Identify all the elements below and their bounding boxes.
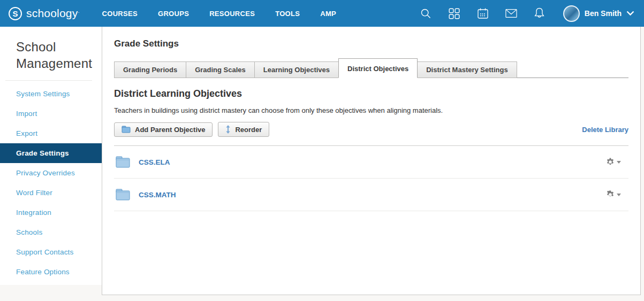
nav-link-courses[interactable]: COURSES xyxy=(102,10,138,18)
nav-link-tools[interactable]: TOOLS xyxy=(275,10,300,18)
tab-grading-periods[interactable]: Grading Periods xyxy=(114,61,186,78)
navbar-utilities: Ben Smith xyxy=(420,5,634,22)
tab-district-mastery-settings[interactable]: District Mastery Settings xyxy=(417,61,517,78)
folder-icon[interactable] xyxy=(116,156,130,168)
action-row: Add Parent Objective Reorder Delete Libr… xyxy=(114,122,628,137)
logo-initial: S xyxy=(12,9,18,18)
folder-icon xyxy=(122,126,131,133)
tab-grading-scales[interactable]: Grading Scales xyxy=(186,61,255,78)
sidebar-menu: System Settings Import Export Grade Sett… xyxy=(0,84,96,282)
calendar-icon[interactable] xyxy=(477,7,489,19)
nav-link-amp[interactable]: AMP xyxy=(320,10,336,18)
dropdown-caret-icon xyxy=(617,161,621,164)
objective-link-css-ela[interactable]: CSS.ELA xyxy=(139,158,170,166)
sidebar-item-word-filter[interactable]: Word Filter xyxy=(0,183,96,203)
user-name: Ben Smith xyxy=(585,9,622,18)
folder-icon[interactable] xyxy=(116,189,130,200)
sidebar-item-grade-settings[interactable]: Grade Settings xyxy=(0,143,102,163)
schoology-logo[interactable]: S schoology· xyxy=(9,7,80,20)
gear-icon xyxy=(606,158,615,166)
nav-link-resources[interactable]: RESOURCES xyxy=(209,10,255,18)
search-icon[interactable] xyxy=(420,7,432,19)
dropdown-caret-icon xyxy=(617,194,621,196)
user-menu[interactable]: Ben Smith xyxy=(563,5,634,22)
add-parent-objective-label: Add Parent Objective xyxy=(135,126,205,134)
reorder-arrows-icon xyxy=(225,125,231,134)
objective-row: CSS.ELA xyxy=(114,146,628,179)
tab-learning-objectives[interactable]: Learning Objectives xyxy=(254,61,339,78)
primary-nav: COURSES GROUPS RESOURCES TOOLS AMP xyxy=(102,10,336,18)
delete-library-link[interactable]: Delete Library xyxy=(582,126,628,134)
schoology-logo-icon: S xyxy=(9,7,22,20)
page-title: Grade Settings xyxy=(114,38,628,49)
grade-settings-tabs: Grading Periods Grading Scales Learning … xyxy=(114,58,628,78)
sidebar-item-system-settings[interactable]: System Settings xyxy=(0,84,96,104)
sidebar-divider xyxy=(5,80,92,81)
sidebar-title: School Management xyxy=(16,38,96,72)
objective-row: CSS.MATH xyxy=(114,179,628,211)
sidebar-item-support-contacts[interactable]: Support Contacts xyxy=(0,242,96,262)
chevron-down-icon xyxy=(626,11,634,16)
sidebar-item-export[interactable]: Export xyxy=(0,124,96,143)
gear-icon xyxy=(606,190,615,199)
sidebar-item-integration[interactable]: Integration xyxy=(0,203,96,222)
reorder-label: Reorder xyxy=(235,126,262,134)
sidebar-item-import[interactable]: Import xyxy=(0,104,96,124)
content-heading: District Learning Objectives xyxy=(114,88,628,99)
reorder-button[interactable]: Reorder xyxy=(218,122,269,137)
notifications-bell-icon[interactable] xyxy=(534,7,545,19)
sidebar-item-privacy-overrides[interactable]: Privacy Overrides xyxy=(0,163,96,183)
content-description: Teachers in buildings using district mas… xyxy=(114,106,628,114)
tab-content: District Learning Objectives Teachers in… xyxy=(114,78,628,211)
school-management-sidebar: School Management System Settings Import… xyxy=(0,27,102,285)
objective-link-css-math[interactable]: CSS.MATH xyxy=(139,191,176,199)
add-parent-objective-button[interactable]: Add Parent Objective xyxy=(114,122,213,137)
tab-district-objectives[interactable]: District Objectives xyxy=(338,58,418,78)
main-panel: Grade Settings Grading Periods Grading S… xyxy=(102,27,641,295)
page-body: School Management System Settings Import… xyxy=(0,27,644,301)
top-navbar: S schoology· COURSES GROUPS RESOURCES TO… xyxy=(0,0,644,27)
nav-link-groups[interactable]: GROUPS xyxy=(158,10,189,18)
mail-icon[interactable] xyxy=(505,7,517,19)
sidebar-item-schools[interactable]: Schools xyxy=(0,222,96,242)
avatar xyxy=(563,5,580,22)
sidebar-item-feature-options[interactable]: Feature Options xyxy=(0,262,96,282)
apps-grid-icon[interactable] xyxy=(449,7,460,19)
trademark-mark: · xyxy=(78,10,79,15)
brand-text: schoology· xyxy=(26,7,80,20)
row-options-menu[interactable] xyxy=(606,158,621,166)
row-options-menu[interactable] xyxy=(606,190,621,199)
